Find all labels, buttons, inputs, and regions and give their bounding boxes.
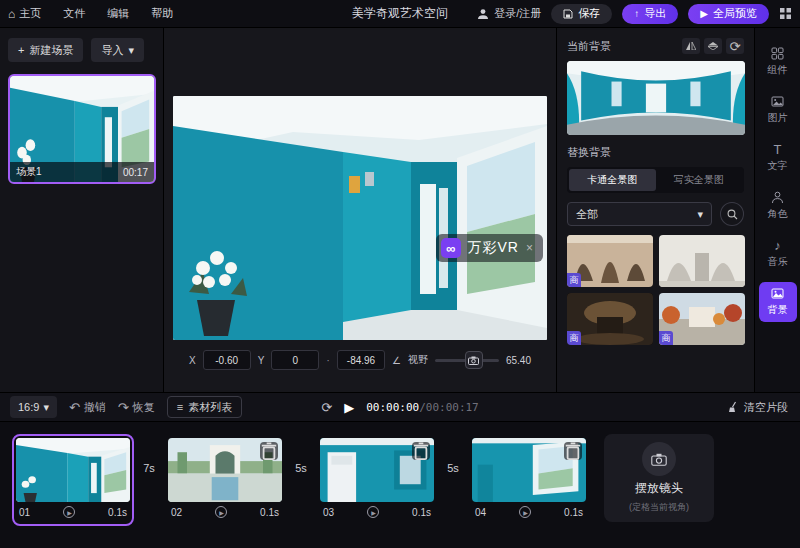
category-select[interactable]: 全部 ▾ [567, 202, 712, 226]
main-menu: ⌂ 主页 文件 编辑 帮助 [8, 6, 173, 21]
commercial-badge: 商 [567, 273, 581, 287]
panorama-view-art [173, 96, 547, 340]
home-icon: ⌂ [8, 7, 15, 21]
undo-button[interactable]: ↶ 撤销 [69, 400, 106, 415]
menu-edit[interactable]: 编辑 [107, 6, 129, 21]
loop-button[interactable]: ⟳ [321, 400, 332, 415]
clip-play-icon[interactable]: ▶ [215, 506, 227, 518]
text-icon: T [774, 143, 782, 156]
music-icon: ♪ [774, 239, 781, 252]
clip-play-icon[interactable]: ▶ [367, 506, 379, 518]
redo-icon: ↷ [118, 400, 129, 415]
search-button[interactable] [720, 202, 744, 226]
scene-thumbnail-1[interactable]: 场景1 00:17 [8, 74, 156, 184]
y-input[interactable]: 0 [271, 350, 319, 370]
play-glyph: ▶ [371, 509, 376, 516]
angle-icon: ∠ [392, 355, 401, 366]
toolbar-item-images[interactable]: 图片 [759, 90, 797, 130]
background-option-2[interactable] [659, 235, 745, 287]
tab-cartoon-panorama[interactable]: 卡通全景图 [569, 169, 656, 191]
export-button[interactable]: ↑ 导出 [622, 4, 678, 24]
toolbar-item-text[interactable]: T 文字 [759, 138, 797, 178]
aspect-ratio-select[interactable]: 16:9 ▾ [10, 396, 57, 418]
scene-viewport[interactable]: ∞ 万彩VR × [173, 96, 547, 340]
background-panel: 当前背景 ⟳ [556, 28, 754, 392]
watermark-text: 万彩VR [468, 239, 519, 257]
play-glyph: ▶ [523, 509, 528, 516]
timeline-clip-2[interactable]: 02 ▶ 0.1s [164, 434, 286, 526]
background-option-1[interactable]: 商 [567, 235, 653, 287]
place-camera-button[interactable]: 摆放镜头 (定格当前视角) [604, 434, 714, 522]
play-icon: ▶ [344, 400, 354, 415]
scene-label-bar: 场景1 00:17 [10, 162, 154, 182]
canvas-area: ∞ 万彩VR × X -0.60 Y 0 · -84.96 ∠ 视野 65.40 [164, 28, 556, 392]
toolbar-item-music[interactable]: ♪ 音乐 [759, 234, 797, 274]
menu-help[interactable]: 帮助 [151, 6, 173, 21]
fov-label: 视野 [408, 353, 428, 367]
trash-icon [260, 442, 278, 460]
background-option-4[interactable]: 商 [659, 293, 745, 345]
x-input[interactable]: -0.60 [203, 350, 251, 370]
menu-file[interactable]: 文件 [63, 6, 85, 21]
new-scene-button[interactable]: + 新建场景 [8, 38, 83, 62]
save-button[interactable]: 保存 [551, 4, 612, 24]
gap-label: 7s [134, 462, 164, 474]
loop-icon: ⟳ [321, 400, 332, 415]
aspect-ratio-value: 16:9 [18, 401, 39, 413]
wancai-logo-icon: ∞ [441, 238, 461, 258]
menu-home[interactable]: ⌂ 主页 [8, 6, 41, 21]
rotation-input[interactable]: -84.96 [337, 350, 385, 370]
text-label: 文字 [768, 159, 788, 173]
place-camera-subtitle: (定格当前视角) [629, 501, 689, 514]
clip-id: 03 [323, 507, 334, 518]
timecode: 00:00:00/00:00:17 [366, 401, 479, 414]
topbar-actions: 登录/注册 保存 ↑ 导出 ▶ 全局预览 [477, 4, 792, 24]
menu-home-label: 主页 [19, 6, 41, 21]
timeline-clip-4[interactable]: 04 ▶ 0.1s [468, 434, 590, 526]
current-background-preview[interactable] [567, 61, 745, 135]
top-menu-bar: ⌂ 主页 文件 编辑 帮助 美学奇观艺术空间 登录/注册 保存 ↑ 导出 ▶ [0, 0, 800, 28]
flip-vertical-icon[interactable] [704, 38, 722, 54]
login-button[interactable]: 登录/注册 [477, 6, 541, 21]
delete-clip-button[interactable] [564, 442, 582, 460]
clip-id: 04 [475, 507, 486, 518]
clear-clips-label: 清空片段 [744, 400, 788, 415]
fov-slider-camera-thumb[interactable] [465, 351, 483, 369]
delete-clip-button[interactable] [412, 442, 430, 460]
x-label: X [189, 355, 196, 366]
preview-play-icon: ▶ [700, 8, 708, 19]
redo-label: 恢复 [133, 400, 155, 415]
delete-clip-button[interactable] [260, 442, 278, 460]
play-glyph: ▶ [219, 509, 224, 516]
import-button[interactable]: 导入 ▾ [91, 38, 144, 62]
reset-rotate-icon[interactable]: ⟳ [726, 38, 744, 54]
save-icon [563, 9, 573, 19]
fov-slider[interactable] [435, 351, 499, 369]
timeline-clip-1[interactable]: 01 ▶ 0.1s [12, 434, 134, 526]
clip-play-icon[interactable]: ▶ [63, 506, 75, 518]
watermark-close-icon[interactable]: × [526, 241, 533, 255]
image-icon [771, 95, 784, 108]
clip-play-icon[interactable]: ▶ [519, 506, 531, 518]
menu-file-label: 文件 [63, 6, 85, 21]
components-icon [771, 47, 784, 60]
flip-horizontal-icon[interactable] [682, 38, 700, 54]
timeline-clip-3[interactable]: 03 ▶ 0.1s [316, 434, 438, 526]
toolbar-item-background[interactable]: 背景 [759, 282, 797, 322]
tab-realistic-panorama[interactable]: 写实全景图 [656, 169, 743, 191]
vr-editor-app: ⌂ 主页 文件 编辑 帮助 美学奇观艺术空间 登录/注册 保存 ↑ 导出 ▶ [0, 0, 800, 548]
global-preview-button[interactable]: ▶ 全局预览 [688, 4, 769, 24]
layout-grid-icon[interactable] [779, 7, 792, 20]
character-label: 角色 [768, 207, 788, 221]
time-current: 00:00:00 [366, 401, 419, 414]
material-list-button[interactable]: ≡ 素材列表 [167, 396, 242, 418]
export-label: 导出 [644, 6, 666, 21]
clear-clips-button[interactable]: 清空片段 [727, 400, 788, 415]
current-background-title: 当前背景 [567, 39, 611, 54]
toolbar-item-character[interactable]: 角色 [759, 186, 797, 226]
toolbar-item-components[interactable]: 组件 [759, 42, 797, 82]
background-option-3[interactable]: 商 [567, 293, 653, 345]
play-button[interactable]: ▶ [344, 400, 354, 415]
list-icon: ≡ [177, 401, 183, 413]
redo-button[interactable]: ↷ 恢复 [118, 400, 155, 415]
